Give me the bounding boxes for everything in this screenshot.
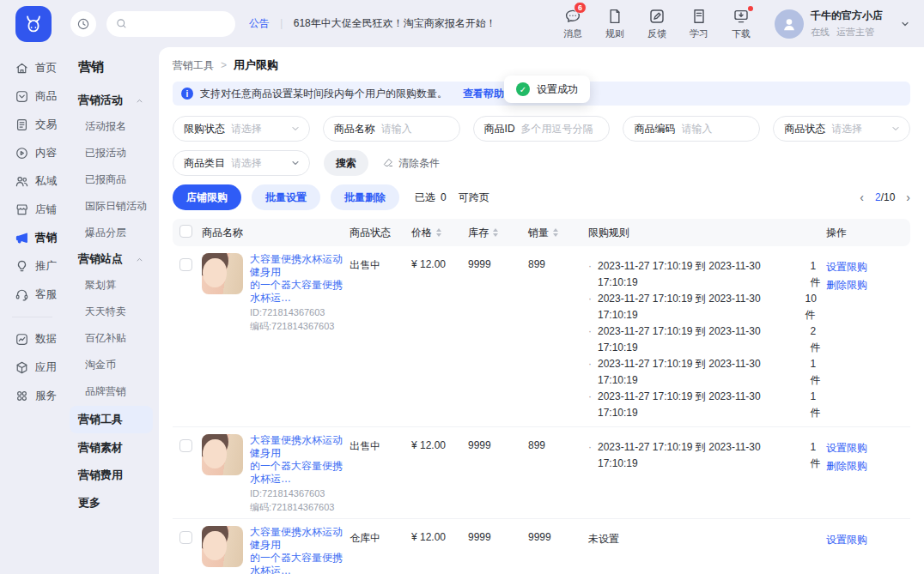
subnav-item[interactable]: 淘金币	[64, 352, 159, 378]
filter-limit-status[interactable]: 限购状态 请选择	[173, 116, 310, 142]
person-icon	[780, 15, 799, 33]
cs-icon	[15, 287, 29, 302]
rule-range: 2023-11-27 17:10:19 到 2023-11-30 17:10:1…	[598, 439, 801, 472]
subnav-item[interactable]: 已报商品	[64, 166, 159, 193]
rule-line: ·2023-11-27 17:10:19 到 2023-11-30 17:10:…	[588, 323, 826, 356]
topbar-action-rules[interactable]: 规则	[605, 8, 624, 40]
set-limit-link[interactable]: 设置限购	[826, 531, 910, 549]
global-search[interactable]	[106, 11, 235, 37]
rail-item-goods[interactable]: 商品	[0, 82, 64, 111]
filter-product-category[interactable]: 商品类目 请选择	[173, 150, 310, 176]
subnav-item[interactable]: 天天特卖	[64, 299, 159, 325]
filter-product-name[interactable]: 商品名称 请输入	[323, 116, 460, 142]
rule-range: 2023-11-27 17:10:19 到 2023-11-30 17:10:1…	[598, 258, 801, 291]
row-checkbox[interactable]	[179, 439, 192, 452]
product-image[interactable]	[202, 526, 243, 567]
product-image[interactable]	[202, 253, 243, 294]
rule-qty: 10件	[805, 291, 826, 323]
filter-product-code[interactable]: 商品编码 请输入	[623, 116, 760, 142]
rule-qty: 1件	[810, 258, 826, 291]
delete-limit-link[interactable]: 删除限购	[826, 276, 910, 294]
rail-item-data[interactable]: 数据	[0, 325, 64, 353]
announcement[interactable]: 公告 ｜ 618年中大促全民狂欢！淘宝商家报名开始！	[249, 16, 496, 31]
rail-item-shop[interactable]: 店铺	[0, 196, 64, 224]
rail-item-promote[interactable]: 推广	[0, 252, 64, 281]
help-link[interactable]: 查看帮助	[463, 87, 504, 101]
subnav-link-marketing-material[interactable]: 营销素材	[64, 434, 159, 462]
filter-product-id[interactable]: 商品ID 多个用逗号分隔	[473, 116, 611, 142]
shop-limit-button[interactable]: 店铺限购	[173, 184, 241, 210]
chevron-down-icon[interactable]	[900, 19, 910, 29]
product-title[interactable]: 大容量便携水杯运动健身用的一个器大容量便携水杯运…	[250, 253, 346, 305]
rail-item-services[interactable]: 服务	[0, 382, 64, 410]
search-icon	[115, 17, 128, 30]
filter-label: 商品名称	[334, 122, 375, 136]
clear-filters-button[interactable]: 清除条件	[382, 156, 440, 171]
topbar-action-download[interactable]: 下载	[732, 8, 751, 40]
batch-delete-button[interactable]: 批量删除	[331, 184, 399, 210]
subnav-link-marketing-cost[interactable]: 营销费用	[64, 462, 159, 489]
product-image[interactable]	[202, 434, 243, 475]
shop-name: 千牛的官方小店	[811, 9, 883, 23]
product-price: ¥ 12.00	[411, 434, 468, 451]
rail-item-content[interactable]: 内容	[0, 139, 64, 167]
subnav-group-marketing-activity[interactable]: 营销活动	[64, 88, 159, 113]
topbar-action-label: 规则	[605, 27, 624, 40]
subnav-item[interactable]: 品牌营销	[64, 378, 159, 405]
selection-info: 已选 0 可跨页	[415, 190, 489, 205]
set-limit-link[interactable]: 设置限购	[826, 258, 910, 276]
global-search-input[interactable]	[133, 18, 227, 30]
filter-label: 商品状态	[784, 122, 825, 136]
subnav-item[interactable]: 百亿补贴	[64, 325, 159, 352]
filter-label: 商品编码	[634, 122, 675, 136]
rail-item-private[interactable]: 私域	[0, 167, 64, 196]
rail-item-label: 应用	[35, 360, 57, 375]
qianniu-logo[interactable]	[15, 6, 52, 42]
subnav-group-marketing-site[interactable]: 营销站点	[64, 246, 159, 272]
chevron-left-icon[interactable]: ‹	[860, 191, 864, 203]
topbar-action-feedback[interactable]: 反馈	[647, 8, 666, 40]
subnav-item[interactable]: 爆品分层	[64, 220, 159, 246]
rail-item-apps[interactable]: 应用	[0, 353, 64, 382]
rule-qty: 1件	[810, 356, 826, 389]
delete-limit-link[interactable]: 删除限购	[826, 457, 910, 475]
set-limit-link[interactable]: 设置限购	[826, 439, 910, 457]
product-status: 出售中	[350, 253, 411, 273]
rail-item-trade[interactable]: 交易	[0, 111, 64, 139]
sort-icon-price[interactable]	[436, 228, 441, 237]
product-title[interactable]: 大容量便携水杯运动健身用的一个器大容量便携水杯运…	[250, 434, 346, 486]
chevron-right-icon[interactable]: ›	[906, 191, 910, 203]
sort-icon-stock[interactable]	[493, 228, 498, 237]
left-rail: 首页 商品 交易 内容 私域 店铺 营销 推广 客服 数据 应用 服务	[0, 47, 64, 574]
subnav-group-label: 营销站点	[78, 251, 123, 267]
search-button[interactable]: 搜索	[324, 150, 368, 176]
product-title[interactable]: 大容量便携水杯运动健身用的一个器大容量便携水杯运…	[250, 526, 346, 574]
rail-item-marketing[interactable]: 营销	[0, 224, 64, 252]
product-price: ¥ 12.00	[411, 526, 468, 543]
subnav-item[interactable]: 已报活动	[64, 140, 159, 166]
sort-icon-sales[interactable]	[553, 228, 558, 237]
breadcrumb-parent[interactable]: 营销工具	[173, 58, 214, 73]
chevron-up-icon	[135, 255, 144, 264]
topbar-action-message[interactable]: 6 消息	[563, 8, 582, 40]
download-dot	[748, 6, 753, 11]
batch-set-button[interactable]: 批量设置	[252, 184, 320, 210]
rail-item-customer-service[interactable]: 客服	[0, 281, 64, 309]
row-checkbox[interactable]	[179, 258, 192, 271]
table-row: 大容量便携水杯运动健身用的一个器大容量便携水杯运… ID:72181436760…	[173, 519, 910, 574]
topbar-action-learn[interactable]: 学习	[690, 8, 708, 40]
row-checkbox[interactable]	[179, 531, 192, 544]
user-menu[interactable]: 千牛的官方小店 在线 运营主管	[775, 9, 910, 39]
subnav-link-marketing-tools[interactable]: 营销工具	[70, 406, 153, 433]
subnav-link-more[interactable]: 更多	[64, 489, 159, 517]
rule-line: ·2023-11-27 17:10:19 到 2023-11-30 17:10:…	[588, 389, 826, 421]
rail-item-home[interactable]: 首页	[0, 54, 64, 82]
subnav-item[interactable]: 活动报名	[64, 113, 159, 140]
history-clock-button[interactable]	[70, 11, 96, 37]
selected-label: 已选	[415, 190, 435, 205]
select-all-checkbox[interactable]	[179, 225, 192, 238]
filter-product-status[interactable]: 商品状态 请选择	[773, 116, 910, 142]
subnav-item[interactable]: 国际日销活动	[64, 193, 159, 220]
subnav-item[interactable]: 聚划算	[64, 272, 159, 299]
rail-item-label: 客服	[35, 287, 57, 302]
